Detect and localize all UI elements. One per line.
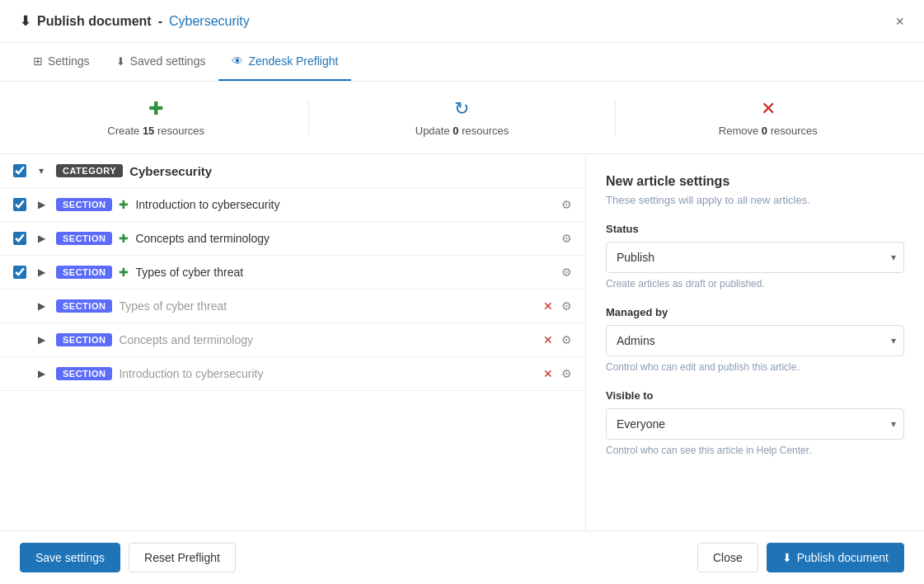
section-2-badge: SECTION	[56, 232, 112, 245]
category-badge: CATEGORY	[56, 164, 123, 177]
sub-3-gear-icon[interactable]: ⚙	[561, 367, 572, 380]
publish-document-icon: ⬇	[782, 551, 792, 564]
summary-divider-1	[308, 101, 309, 134]
managed-by-field-group: Managed by Admins Agents and admins Ever…	[606, 306, 904, 373]
sub-3-chevron[interactable]: ▶	[33, 365, 49, 382]
status-hint: Create articles as draft or published.	[606, 278, 904, 290]
sub-3-label: Introduction to cybersecurity	[119, 367, 537, 380]
sub-section-row-1: ▶ SECTION Types of cyber threat ✕ ⚙	[0, 290, 585, 323]
tab-zendesk-preflight[interactable]: 👁 Zendesk Preflight	[218, 43, 351, 81]
update-icon: ↻	[454, 98, 469, 120]
sub-2-actions: ✕ ⚙	[543, 333, 572, 346]
managed-by-hint: Control who can edit and publish this ar…	[606, 361, 904, 373]
modal-title: Publish document	[37, 14, 152, 29]
section-row-2: ▶ SECTION ✚ Concepts and terminology ⚙	[0, 222, 585, 256]
section-3-gear-icon[interactable]: ⚙	[561, 266, 572, 279]
section-2-checkbox[interactable]	[13, 232, 26, 245]
left-panel: ▾ CATEGORY Cybersecurity ▶ SECTION ✚ Int…	[0, 154, 586, 530]
sub-3-badge: SECTION	[56, 367, 112, 380]
reset-preflight-button[interactable]: Reset Preflight	[129, 543, 236, 572]
managed-by-label: Managed by	[606, 306, 904, 318]
save-settings-button[interactable]: Save settings	[20, 543, 120, 572]
sub-2-badge: SECTION	[56, 333, 112, 346]
section-3-actions: ⚙	[561, 266, 572, 279]
summary-update: ↻ Update 0 resources	[326, 98, 598, 137]
sub-section-row-3: ▶ SECTION Introduction to cybersecurity …	[0, 357, 585, 391]
visible-to-select[interactable]: Everyone Signed-in users Agents and admi…	[606, 408, 904, 440]
create-icon: ✚	[148, 98, 163, 120]
sub-2-chevron[interactable]: ▶	[33, 332, 49, 348]
section-2-chevron[interactable]: ▶	[33, 230, 49, 247]
close-label: Close	[713, 551, 743, 564]
section-3-checkbox[interactable]	[13, 266, 26, 279]
sub-1-actions: ✕ ⚙	[543, 299, 572, 313]
section-2-label: Concepts and terminology	[135, 232, 555, 245]
visible-to-field-group: Visible to Everyone Signed-in users Agen…	[606, 389, 904, 456]
modal-subtitle: Cybersecurity	[169, 14, 250, 29]
sub-1-x-icon: ✕	[543, 299, 553, 313]
summary-update-text: Update 0 resources	[415, 125, 509, 137]
modal-container: ⬇ Publish document - Cybersecurity × ⊞ S…	[0, 0, 924, 584]
panel-subtitle: These settings will apply to all new art…	[606, 194, 904, 206]
sub-2-gear-icon[interactable]: ⚙	[561, 333, 572, 346]
sub-3-actions: ✕ ⚙	[543, 367, 572, 380]
right-panel: New article settings These settings will…	[586, 154, 924, 530]
category-label: Cybersecurity	[129, 164, 572, 178]
status-label: Status	[606, 223, 904, 235]
header-title-group: ⬇ Publish document - Cybersecurity	[20, 13, 250, 29]
status-select[interactable]: Publish Draft	[606, 242, 904, 273]
section-row-1: ▶ SECTION ✚ Introduction to cybersecurit…	[0, 188, 585, 222]
visible-to-select-wrapper: Everyone Signed-in users Agents and admi…	[606, 408, 904, 440]
panel-title: New article settings	[606, 174, 904, 189]
section-3-badge: SECTION	[56, 266, 112, 279]
publish-icon: ⬇	[20, 13, 30, 29]
section-1-actions: ⚙	[561, 198, 572, 211]
sub-1-badge: SECTION	[56, 299, 112, 313]
section-2-add-icon: ✚	[119, 232, 129, 245]
section-1-gear-icon[interactable]: ⚙	[561, 198, 572, 211]
managed-by-select[interactable]: Admins Agents and admins Everyone	[606, 325, 904, 356]
section-1-chevron[interactable]: ▶	[33, 196, 49, 213]
status-select-wrapper: Publish Draft ▾	[606, 242, 904, 273]
sub-2-x-icon: ✕	[543, 333, 553, 346]
summary-create: ✚ Create 15 resources	[20, 98, 292, 137]
sub-1-label: Types of cyber threat	[119, 299, 537, 313]
save-settings-label: Save settings	[35, 551, 105, 564]
sub-section-row-2: ▶ SECTION Concepts and terminology ✕ ⚙	[0, 323, 585, 357]
footer: Save settings Reset Preflight Close ⬇ Pu…	[0, 530, 924, 584]
category-checkbox[interactable]	[13, 164, 26, 177]
close-button[interactable]: ×	[895, 14, 904, 29]
category-row: ▾ CATEGORY Cybersecurity	[0, 154, 585, 188]
publish-document-label: Publish document	[797, 551, 889, 564]
category-chevron[interactable]: ▾	[33, 162, 49, 179]
section-2-actions: ⚙	[561, 232, 572, 245]
close-button-footer[interactable]: Close	[697, 543, 758, 572]
section-1-add-icon: ✚	[119, 198, 129, 211]
section-1-checkbox[interactable]	[13, 198, 26, 211]
managed-by-select-wrapper: Admins Agents and admins Everyone ▾	[606, 325, 904, 356]
summary-remove-text: Remove 0 resources	[719, 125, 818, 137]
section-2-gear-icon[interactable]: ⚙	[561, 232, 572, 245]
tab-saved-settings[interactable]: ⬇ Saved settings	[103, 43, 219, 81]
sub-1-gear-icon[interactable]: ⚙	[561, 299, 572, 313]
tab-bar: ⊞ Settings ⬇ Saved settings 👁 Zendesk Pr…	[0, 43, 924, 82]
section-1-label: Introduction to cybersecurity	[135, 198, 555, 211]
preflight-icon: 👁	[232, 54, 243, 68]
summary-create-text: Create 15 resources	[107, 125, 204, 137]
section-3-add-icon: ✚	[119, 266, 129, 279]
saved-settings-icon: ⬇	[116, 55, 125, 68]
visible-to-hint: Control who can see this article in Help…	[606, 445, 904, 456]
section-3-chevron[interactable]: ▶	[33, 264, 49, 280]
publish-document-button[interactable]: ⬇ Publish document	[767, 543, 904, 572]
modal-header: ⬇ Publish document - Cybersecurity ×	[0, 0, 924, 43]
settings-icon: ⊞	[33, 54, 43, 68]
sub-1-chevron[interactable]: ▶	[33, 298, 49, 314]
sub-2-label: Concepts and terminology	[119, 333, 537, 346]
section-1-badge: SECTION	[56, 198, 112, 211]
summary-bar: ✚ Create 15 resources ↻ Update 0 resourc…	[0, 82, 924, 154]
status-field-group: Status Publish Draft ▾ Create articles a…	[606, 223, 904, 290]
summary-divider-2	[615, 101, 616, 134]
tab-zendesk-preflight-label: Zendesk Preflight	[248, 54, 338, 68]
tab-settings[interactable]: ⊞ Settings	[20, 43, 103, 81]
remove-icon: ✕	[761, 98, 776, 120]
